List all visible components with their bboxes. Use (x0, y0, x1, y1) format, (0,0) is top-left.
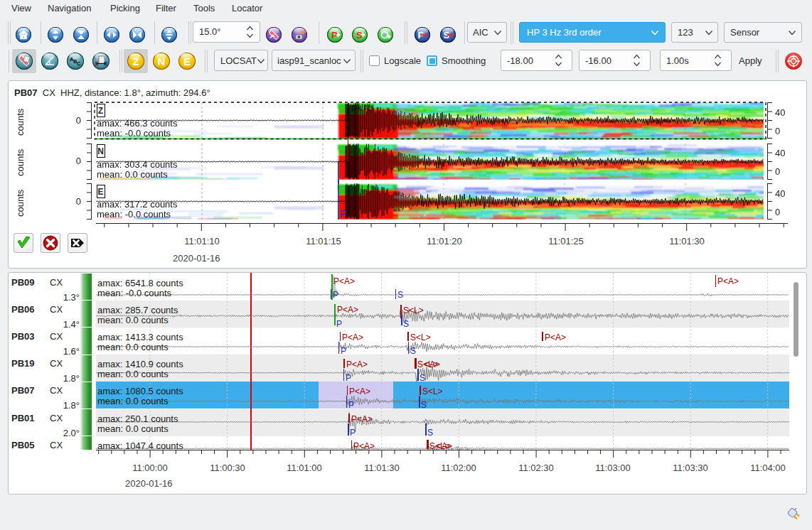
svg-text:E: E (183, 55, 191, 67)
svg-text:N: N (158, 55, 166, 67)
svg-text:JP: JP (299, 29, 306, 36)
svg-text:C: C (77, 60, 81, 67)
svg-text:Z: Z (132, 55, 139, 67)
